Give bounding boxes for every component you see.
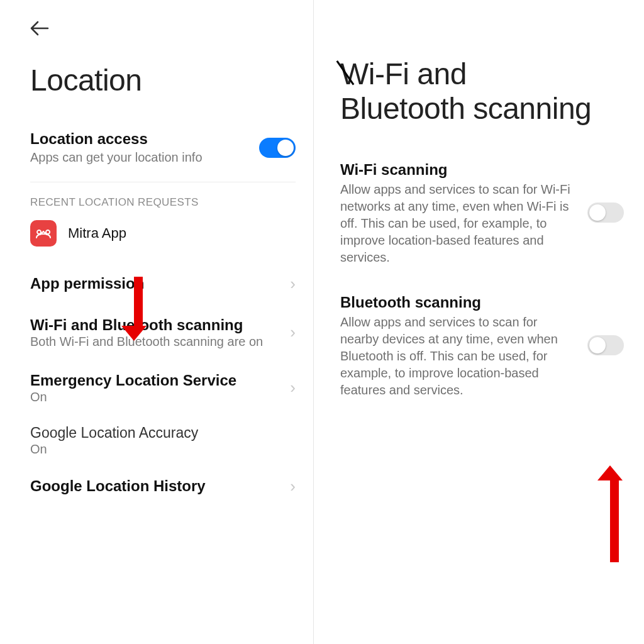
google-history-row[interactable]: Google Location History › xyxy=(30,465,296,508)
location-access-subtitle: Apps can get your location info xyxy=(30,150,247,165)
location-access-title: Location access xyxy=(30,130,247,148)
wifi-scanning-title: Wi-Fi scanning xyxy=(340,161,577,179)
wifi-bluetooth-scanning-row[interactable]: Wi-Fi and Bluetooth scanning Both Wi-Fi … xyxy=(30,305,296,360)
bluetooth-scanning-desc: Allow apps and services to scan for near… xyxy=(340,314,577,399)
emergency-title: Emergency Location Service xyxy=(30,372,282,389)
recent-requests-caption: RECENT LOCATION REQUESTS xyxy=(30,196,296,209)
wifi-bt-title: Wi-Fi and Bluetooth scanning xyxy=(30,316,282,334)
location-settings-pane: Location Location access Apps can get yo… xyxy=(0,0,313,644)
app-icon xyxy=(30,220,57,247)
wifi-scanning-row[interactable]: Wi-Fi scanning Allow apps and services t… xyxy=(340,161,624,266)
accuracy-title: Google Location Accuracy xyxy=(30,425,288,441)
accuracy-subtitle: On xyxy=(30,442,288,457)
recent-app-name: Mitra App xyxy=(68,225,126,242)
back-button[interactable] xyxy=(30,20,49,39)
wifi-scanning-desc: Allow apps and services to scan for Wi-F… xyxy=(340,181,577,266)
scanning-settings-pane: Wi-Fi and Bluetooth scanning Wi-Fi scann… xyxy=(313,0,644,644)
page-title: Location xyxy=(30,63,296,97)
recent-app-row[interactable]: Mitra App xyxy=(30,220,296,247)
chevron-right-icon: › xyxy=(290,378,296,397)
google-accuracy-row[interactable]: Google Location Accuracy On xyxy=(30,416,296,465)
page-title: Wi-Fi and Bluetooth scanning xyxy=(340,57,624,126)
app-permission-title: App permission xyxy=(30,275,282,292)
crossed-letter-icon: W xyxy=(340,57,369,91)
app-permission-row[interactable]: App permission › xyxy=(30,263,296,305)
emergency-subtitle: On xyxy=(30,390,282,404)
wifi-scanning-toggle[interactable] xyxy=(587,203,624,223)
arrow-left-icon xyxy=(30,21,49,36)
history-title: Google Location History xyxy=(30,477,282,495)
annotation-arrow-down-icon xyxy=(130,277,147,341)
location-access-toggle[interactable] xyxy=(259,138,296,158)
divider xyxy=(30,182,296,182)
location-access-row[interactable]: Location access Apps can get your locati… xyxy=(30,130,296,165)
wifi-bt-subtitle: Both Wi-Fi and Bluetooth scanning are on xyxy=(30,335,282,349)
annotation-arrow-up-icon xyxy=(606,465,623,562)
chevron-right-icon: › xyxy=(290,323,296,342)
bluetooth-scanning-row[interactable]: Bluetooth scanning Allow apps and servic… xyxy=(340,294,624,399)
chevron-right-icon: › xyxy=(290,274,296,294)
bluetooth-scanning-title: Bluetooth scanning xyxy=(340,294,577,311)
emergency-location-row[interactable]: Emergency Location Service On › xyxy=(30,360,296,416)
chevron-right-icon: › xyxy=(290,477,296,496)
bluetooth-scanning-toggle[interactable] xyxy=(587,335,624,355)
